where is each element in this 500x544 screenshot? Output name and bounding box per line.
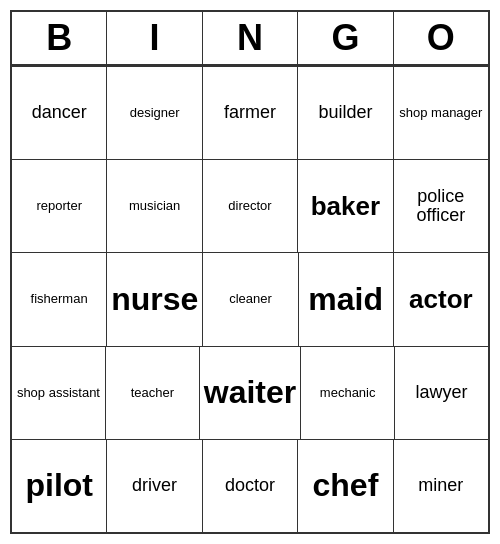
bingo-header: BINGO <box>12 12 488 66</box>
bingo-row: pilotdriverdoctorchefminer <box>12 439 488 532</box>
bingo-cell: mechanic <box>301 347 395 439</box>
bingo-cell: designer <box>107 67 202 159</box>
bingo-cell: police officer <box>394 160 488 252</box>
bingo-cell: actor <box>394 253 488 345</box>
bingo-cell: shop manager <box>394 67 488 159</box>
bingo-row: dancerdesignerfarmerbuildershop manager <box>12 66 488 159</box>
bingo-cell: lawyer <box>395 347 488 439</box>
bingo-cell: miner <box>394 440 488 532</box>
bingo-card: BINGO dancerdesignerfarmerbuildershop ma… <box>10 10 490 534</box>
header-letter: N <box>203 12 298 64</box>
bingo-cell: waiter <box>200 347 301 439</box>
bingo-cell: pilot <box>12 440 107 532</box>
bingo-cell: musician <box>107 160 202 252</box>
header-letter: O <box>394 12 488 64</box>
bingo-cell: chef <box>298 440 393 532</box>
bingo-cell: driver <box>107 440 202 532</box>
bingo-cell: fisherman <box>12 253 107 345</box>
bingo-cell: doctor <box>203 440 298 532</box>
bingo-cell: farmer <box>203 67 298 159</box>
header-letter: B <box>12 12 107 64</box>
bingo-cell: maid <box>299 253 394 345</box>
bingo-cell: builder <box>298 67 393 159</box>
header-letter: I <box>107 12 202 64</box>
bingo-cell: teacher <box>106 347 200 439</box>
bingo-row: reportermusiciandirectorbakerpolice offi… <box>12 159 488 252</box>
bingo-cell: director <box>203 160 298 252</box>
bingo-cell: nurse <box>107 253 203 345</box>
bingo-cell: dancer <box>12 67 107 159</box>
bingo-row: shop assistantteacherwaitermechaniclawye… <box>12 346 488 439</box>
bingo-cell: shop assistant <box>12 347 106 439</box>
bingo-body: dancerdesignerfarmerbuildershop managerr… <box>12 66 488 532</box>
bingo-row: fishermannursecleanermaidactor <box>12 252 488 345</box>
bingo-cell: reporter <box>12 160 107 252</box>
header-letter: G <box>298 12 393 64</box>
bingo-cell: baker <box>298 160 393 252</box>
bingo-cell: cleaner <box>203 253 298 345</box>
